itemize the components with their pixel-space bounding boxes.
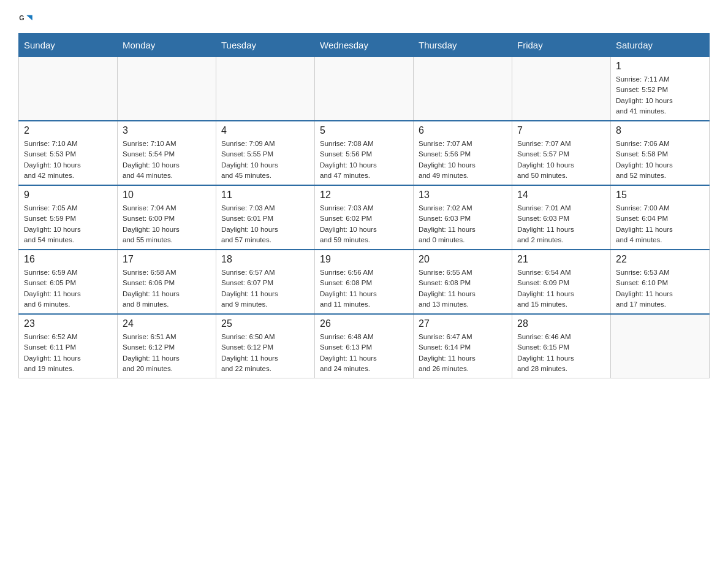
day-info: Sunrise: 6:46 AM Sunset: 6:15 PM Dayligh… — [517, 332, 605, 374]
calendar-cell: 11Sunrise: 7:03 AM Sunset: 6:01 PM Dayli… — [216, 185, 315, 250]
calendar-cell: 12Sunrise: 7:03 AM Sunset: 6:02 PM Dayli… — [315, 185, 414, 250]
day-info: Sunrise: 6:51 AM Sunset: 6:12 PM Dayligh… — [123, 332, 211, 374]
calendar-cell: 8Sunrise: 7:06 AM Sunset: 5:58 PM Daylig… — [611, 121, 710, 185]
calendar-cell: 2Sunrise: 7:10 AM Sunset: 5:53 PM Daylig… — [19, 121, 118, 185]
day-info: Sunrise: 7:10 AM Sunset: 5:53 PM Dayligh… — [24, 139, 112, 181]
calendar-cell: 14Sunrise: 7:01 AM Sunset: 6:03 PM Dayli… — [512, 185, 611, 250]
svg-marker-1 — [26, 15, 32, 20]
calendar-cell: 19Sunrise: 6:56 AM Sunset: 6:08 PM Dayli… — [315, 250, 414, 314]
day-info: Sunrise: 7:10 AM Sunset: 5:54 PM Dayligh… — [123, 139, 211, 181]
day-number: 25 — [221, 318, 309, 329]
day-number: 14 — [517, 190, 605, 201]
day-number: 3 — [123, 125, 211, 136]
day-info: Sunrise: 7:03 AM Sunset: 6:01 PM Dayligh… — [221, 203, 309, 245]
svg-text:G: G — [19, 14, 24, 21]
calendar-table: SundayMondayTuesdayWednesdayThursdayFrid… — [18, 33, 710, 378]
day-number: 10 — [123, 190, 211, 201]
day-info: Sunrise: 6:59 AM Sunset: 6:05 PM Dayligh… — [24, 267, 112, 310]
calendar-cell: 6Sunrise: 7:07 AM Sunset: 5:56 PM Daylig… — [414, 121, 512, 185]
day-number: 27 — [419, 318, 507, 329]
day-number: 23 — [24, 318, 112, 329]
day-number: 9 — [24, 190, 112, 201]
weekday-header-tuesday: Tuesday — [216, 34, 315, 57]
day-number: 6 — [419, 125, 507, 136]
calendar-cell: 18Sunrise: 6:57 AM Sunset: 6:07 PM Dayli… — [216, 250, 315, 314]
day-number: 5 — [320, 125, 408, 136]
calendar-cell: 17Sunrise: 6:58 AM Sunset: 6:06 PM Dayli… — [118, 250, 216, 314]
day-number: 4 — [221, 125, 309, 136]
day-info: Sunrise: 7:00 AM Sunset: 6:04 PM Dayligh… — [616, 203, 704, 245]
calendar-cell: 26Sunrise: 6:48 AM Sunset: 6:13 PM Dayli… — [315, 314, 414, 378]
day-info: Sunrise: 7:08 AM Sunset: 5:56 PM Dayligh… — [320, 139, 408, 181]
day-info: Sunrise: 7:03 AM Sunset: 6:02 PM Dayligh… — [320, 203, 408, 245]
day-info: Sunrise: 6:52 AM Sunset: 6:11 PM Dayligh… — [24, 332, 112, 374]
day-number: 26 — [320, 318, 408, 329]
weekday-header-sunday: Sunday — [19, 34, 118, 57]
page-header: G — [18, 12, 710, 27]
day-info: Sunrise: 6:58 AM Sunset: 6:06 PM Dayligh… — [123, 267, 211, 310]
calendar-cell: 16Sunrise: 6:59 AM Sunset: 6:05 PM Dayli… — [19, 250, 118, 314]
calendar-cell: 24Sunrise: 6:51 AM Sunset: 6:12 PM Dayli… — [118, 314, 216, 378]
day-number: 2 — [24, 125, 112, 136]
weekday-header-thursday: Thursday — [414, 34, 512, 57]
day-number: 28 — [517, 318, 605, 329]
week-row-2: 2Sunrise: 7:10 AM Sunset: 5:53 PM Daylig… — [19, 121, 710, 185]
calendar-cell: 7Sunrise: 7:07 AM Sunset: 5:57 PM Daylig… — [512, 121, 611, 185]
day-info: Sunrise: 7:09 AM Sunset: 5:55 PM Dayligh… — [221, 139, 309, 181]
day-number: 21 — [517, 254, 605, 265]
day-number: 13 — [419, 190, 507, 201]
day-number: 8 — [616, 125, 704, 136]
calendar-cell — [611, 314, 710, 378]
calendar-cell: 22Sunrise: 6:53 AM Sunset: 6:10 PM Dayli… — [611, 250, 710, 314]
day-info: Sunrise: 7:05 AM Sunset: 5:59 PM Dayligh… — [24, 203, 112, 245]
calendar-cell — [216, 57, 315, 121]
day-info: Sunrise: 7:11 AM Sunset: 5:52 PM Dayligh… — [616, 74, 704, 117]
weekday-header-monday: Monday — [118, 34, 216, 57]
weekday-header-friday: Friday — [512, 34, 611, 57]
calendar-cell: 20Sunrise: 6:55 AM Sunset: 6:08 PM Dayli… — [414, 250, 512, 314]
calendar-cell: 23Sunrise: 6:52 AM Sunset: 6:11 PM Dayli… — [19, 314, 118, 378]
day-info: Sunrise: 7:02 AM Sunset: 6:03 PM Dayligh… — [419, 203, 507, 245]
calendar-cell: 21Sunrise: 6:54 AM Sunset: 6:09 PM Dayli… — [512, 250, 611, 314]
calendar-cell: 4Sunrise: 7:09 AM Sunset: 5:55 PM Daylig… — [216, 121, 315, 185]
day-number: 12 — [320, 190, 408, 201]
day-number: 20 — [419, 254, 507, 265]
logo-icon: G — [18, 12, 33, 27]
week-row-5: 23Sunrise: 6:52 AM Sunset: 6:11 PM Dayli… — [19, 314, 710, 378]
weekday-header-row: SundayMondayTuesdayWednesdayThursdayFrid… — [19, 34, 710, 57]
day-info: Sunrise: 6:56 AM Sunset: 6:08 PM Dayligh… — [320, 267, 408, 310]
calendar-cell — [414, 57, 512, 121]
calendar-cell — [19, 57, 118, 121]
day-info: Sunrise: 6:55 AM Sunset: 6:08 PM Dayligh… — [419, 267, 507, 310]
day-number: 1 — [616, 61, 704, 72]
day-info: Sunrise: 6:53 AM Sunset: 6:10 PM Dayligh… — [616, 267, 704, 310]
calendar-cell: 15Sunrise: 7:00 AM Sunset: 6:04 PM Dayli… — [611, 185, 710, 250]
day-info: Sunrise: 7:06 AM Sunset: 5:58 PM Dayligh… — [616, 139, 704, 181]
day-number: 18 — [221, 254, 309, 265]
week-row-4: 16Sunrise: 6:59 AM Sunset: 6:05 PM Dayli… — [19, 250, 710, 314]
day-info: Sunrise: 6:47 AM Sunset: 6:14 PM Dayligh… — [419, 332, 507, 374]
calendar-cell: 10Sunrise: 7:04 AM Sunset: 6:00 PM Dayli… — [118, 185, 216, 250]
day-info: Sunrise: 7:07 AM Sunset: 5:57 PM Dayligh… — [517, 139, 605, 181]
calendar-cell: 25Sunrise: 6:50 AM Sunset: 6:12 PM Dayli… — [216, 314, 315, 378]
calendar-cell: 1Sunrise: 7:11 AM Sunset: 5:52 PM Daylig… — [611, 57, 710, 121]
day-number: 16 — [24, 254, 112, 265]
day-info: Sunrise: 7:01 AM Sunset: 6:03 PM Dayligh… — [517, 203, 605, 245]
week-row-3: 9Sunrise: 7:05 AM Sunset: 5:59 PM Daylig… — [19, 185, 710, 250]
day-number: 17 — [123, 254, 211, 265]
day-number: 11 — [221, 190, 309, 201]
calendar-cell: 5Sunrise: 7:08 AM Sunset: 5:56 PM Daylig… — [315, 121, 414, 185]
day-number: 15 — [616, 190, 704, 201]
day-number: 22 — [616, 254, 704, 265]
day-info: Sunrise: 6:48 AM Sunset: 6:13 PM Dayligh… — [320, 332, 408, 374]
logo: G — [18, 12, 37, 27]
day-number: 24 — [123, 318, 211, 329]
weekday-header-wednesday: Wednesday — [315, 34, 414, 57]
week-row-1: 1Sunrise: 7:11 AM Sunset: 5:52 PM Daylig… — [19, 57, 710, 121]
day-number: 7 — [517, 125, 605, 136]
day-info: Sunrise: 6:57 AM Sunset: 6:07 PM Dayligh… — [221, 267, 309, 310]
calendar-cell: 27Sunrise: 6:47 AM Sunset: 6:14 PM Dayli… — [414, 314, 512, 378]
calendar-cell: 9Sunrise: 7:05 AM Sunset: 5:59 PM Daylig… — [19, 185, 118, 250]
calendar-cell: 3Sunrise: 7:10 AM Sunset: 5:54 PM Daylig… — [118, 121, 216, 185]
calendar-cell — [315, 57, 414, 121]
